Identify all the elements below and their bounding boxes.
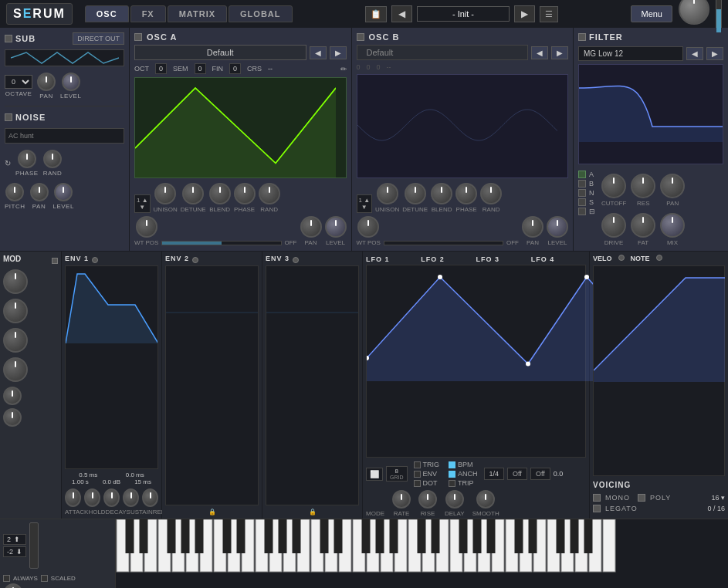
osc-a-wt-prev[interactable]: ◀ <box>310 46 327 59</box>
master-fader[interactable] <box>716 0 722 33</box>
osc-b-unison-knob[interactable] <box>377 183 398 204</box>
sub-pan-knob[interactable] <box>37 73 56 91</box>
env1-sustain-knob[interactable] <box>123 488 139 507</box>
filter-route-s-checkbox[interactable] <box>578 198 586 206</box>
osc-b-level-knob[interactable] <box>547 216 568 238</box>
sub-octave-select[interactable]: 0-11 <box>5 75 32 89</box>
osc-a-enable-checkbox[interactable] <box>134 33 142 41</box>
filter-mix-knob[interactable] <box>660 213 685 238</box>
osc-b-slider[interactable] <box>384 241 503 245</box>
filter-pan-knob[interactable] <box>660 174 685 198</box>
env1-attack-knob[interactable] <box>65 488 81 507</box>
osc-a-edit-icon[interactable]: ✏ <box>340 65 347 73</box>
tab-fx[interactable]: FX <box>130 5 166 22</box>
lfo-off1-select[interactable]: Off <box>507 468 527 480</box>
mod-small-knob-2[interactable] <box>3 408 22 427</box>
osc-b-pan-knob[interactable] <box>522 216 543 238</box>
noise-pitch-knob[interactable] <box>5 183 24 201</box>
lfo-shape-btn[interactable]: ⬜ <box>366 468 383 481</box>
lfo-bpm-checkbox[interactable] <box>449 461 455 468</box>
osc-b-wt-prev[interactable]: ◀ <box>531 46 548 59</box>
lfo-smooth-knob[interactable] <box>476 490 495 509</box>
osc-b-enable-checkbox[interactable] <box>357 33 364 41</box>
osc-a-detune-knob[interactable] <box>182 183 204 204</box>
preset-icon[interactable]: 📋 <box>365 6 387 22</box>
mod-knob-1[interactable] <box>3 269 28 294</box>
menu-button[interactable]: Menu <box>631 5 672 22</box>
osc-a-unison-knob[interactable] <box>154 183 176 204</box>
lfo-trip-checkbox[interactable] <box>449 480 455 487</box>
porta-scaled-checkbox[interactable] <box>41 575 48 582</box>
lfo-off2-select[interactable]: Off <box>530 468 550 480</box>
osc-a-pan-knob[interactable] <box>300 216 322 238</box>
mod-knob-4[interactable] <box>3 357 28 382</box>
voicing-mono-checkbox[interactable] <box>593 494 601 502</box>
osc-a-level-knob[interactable] <box>325 216 347 238</box>
tab-global[interactable]: GLOBAL <box>229 5 292 22</box>
lfo-trig-checkbox[interactable] <box>414 461 421 468</box>
voicing-poly-checkbox[interactable] <box>638 494 645 502</box>
osc-b-wt-next[interactable]: ▶ <box>551 46 568 59</box>
master-knob[interactable] <box>679 0 709 25</box>
direct-out-button[interactable]: DIRECT OUT <box>73 32 124 45</box>
filter-enable-checkbox[interactable] <box>578 33 586 41</box>
preset-list-icon[interactable]: ☰ <box>540 6 558 22</box>
filter-route-eq-checkbox[interactable] <box>578 208 586 215</box>
osc-a-phase-knob[interactable] <box>234 183 256 204</box>
osc-b-phase-knob[interactable] <box>455 183 477 204</box>
lfo-anch-checkbox[interactable] <box>449 471 455 478</box>
noise-pan-knob[interactable] <box>30 183 49 201</box>
env1-release-knob[interactable] <box>142 488 158 507</box>
filter-route-a-checkbox[interactable] <box>578 171 586 178</box>
filter-type-next[interactable]: ▶ <box>706 47 723 60</box>
pitch-up-spinner[interactable]: 2 ⬆ <box>3 534 26 545</box>
mod-knob-3[interactable] <box>3 328 28 353</box>
filter-route-n-checkbox[interactable] <box>578 189 586 197</box>
osc-a-blend-knob[interactable] <box>209 183 231 204</box>
porta-knob[interactable] <box>4 583 22 588</box>
noise-enable-checkbox[interactable] <box>5 113 12 121</box>
noise-phase-knob[interactable] <box>18 150 36 168</box>
tab-osc[interactable]: OSC <box>85 5 129 22</box>
preset-prev-button[interactable]: ◀ <box>391 5 412 22</box>
lfo-dot-checkbox[interactable] <box>414 480 421 487</box>
lfo-rise-knob[interactable] <box>418 490 437 509</box>
tab-matrix[interactable]: MATRIX <box>168 5 227 22</box>
filter-type-prev[interactable]: ◀ <box>686 47 703 60</box>
osc-b-wtpos-knob[interactable] <box>357 216 379 238</box>
osc-a-unison-spinner[interactable]: 1 ▲ ▼ <box>134 194 151 213</box>
noise-level-knob[interactable] <box>54 183 73 201</box>
env1-hold-knob[interactable] <box>84 488 100 507</box>
porta-always-checkbox[interactable] <box>3 575 10 582</box>
noise-rand-knob[interactable] <box>43 150 62 168</box>
osc-b-blend-knob[interactable] <box>431 183 452 204</box>
filter-fat-knob[interactable] <box>631 213 655 238</box>
osc-a-oct-value[interactable]: 0 <box>155 63 167 74</box>
osc-a-wtpos-knob[interactable] <box>136 216 157 238</box>
osc-a-sem-value[interactable]: 0 <box>195 63 206 74</box>
filter-drive-knob[interactable] <box>601 213 626 238</box>
sub-enable-checkbox[interactable] <box>5 35 12 42</box>
env1-decay-knob[interactable] <box>103 488 120 507</box>
sub-level-knob[interactable] <box>62 73 80 91</box>
piano-keyboard[interactable] <box>116 519 728 588</box>
lfo-grid-spinner[interactable]: 8 GRID <box>386 466 408 482</box>
osc-b-rand-knob[interactable] <box>480 183 502 204</box>
osc-a-rand-knob[interactable] <box>259 183 280 204</box>
mod-small-knob-1[interactable] <box>3 387 22 405</box>
filter-cutoff-knob[interactable] <box>601 174 626 198</box>
lfo-delay-knob[interactable] <box>445 490 464 509</box>
voicing-legato-checkbox[interactable] <box>593 505 601 512</box>
preset-next-button[interactable]: ▶ <box>514 5 535 22</box>
pitch-fader[interactable] <box>29 522 39 569</box>
lfo-rate-knob[interactable] <box>392 490 411 509</box>
filter-res-knob[interactable] <box>631 174 655 198</box>
osc-b-unison-spinner[interactable]: 1 ▲ ▼ <box>357 194 373 213</box>
osc-a-wt-next[interactable]: ▶ <box>330 46 347 59</box>
osc-a-fin-value[interactable]: 0 <box>229 63 241 74</box>
filter-route-b-checkbox[interactable] <box>578 180 586 188</box>
osc-b-detune-knob[interactable] <box>405 183 426 204</box>
mod-knob-2[interactable] <box>3 299 28 323</box>
mod-settings-icon[interactable] <box>52 258 58 264</box>
pitch-down-spinner[interactable]: -2 ⬇ <box>3 546 26 557</box>
